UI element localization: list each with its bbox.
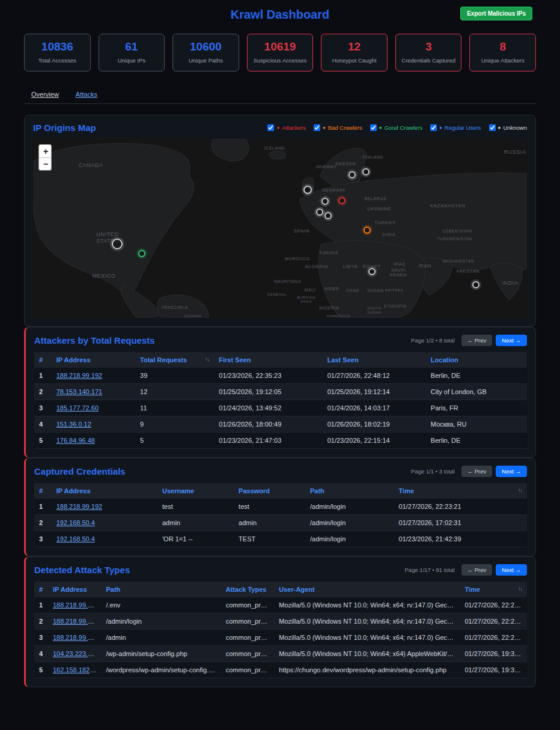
table-cell: 01/24/2026, 13:49:52 xyxy=(214,400,322,416)
legend-item-bad-crawlers[interactable]: ●Bad Crawlers xyxy=(314,124,362,131)
table-row: 3192.168.50.4'OR 1=1 --TEST/admin/login0… xyxy=(34,531,527,547)
table-cell: 5 xyxy=(34,662,48,678)
legend-checkbox[interactable] xyxy=(314,124,320,131)
map-marker[interactable] xyxy=(138,250,145,257)
prev-button[interactable]: ← Prev xyxy=(461,335,493,346)
column-header-ip-address[interactable]: IP Address xyxy=(52,483,157,499)
stat-label: Suspicious Accesses xyxy=(249,57,311,64)
table-header-row: #IP AddressTotal Requests↑↓First SeenLas… xyxy=(34,352,527,368)
map-marker[interactable] xyxy=(364,227,371,234)
table-cell: 162.158.182.104 xyxy=(48,662,102,678)
ip-link[interactable]: 188.218.99.192 xyxy=(56,503,102,510)
stat-value: 10619 xyxy=(249,40,311,53)
tab-attacks[interactable]: Attacks xyxy=(76,91,97,98)
ip-link[interactable]: 104.23.223.128 xyxy=(53,650,99,657)
ip-link[interactable]: 176.84.96.48 xyxy=(56,437,95,444)
legend-item-unknown[interactable]: ●Unknown xyxy=(489,124,527,131)
map-marker[interactable] xyxy=(324,212,332,219)
ip-link[interactable]: 185.177.72.60 xyxy=(56,404,99,412)
legend-item-attackers[interactable]: ●Attackers xyxy=(267,124,305,131)
column-header--[interactable]: # xyxy=(34,483,52,499)
legend-item-good-crawlers[interactable]: ●Good Crawlers xyxy=(370,124,422,131)
ip-link[interactable]: 188.218.99.192 xyxy=(53,634,99,641)
table-cell: 01/26/2026, 18:00:49 xyxy=(214,416,322,433)
table-cell: 01/26/2026, 18:02:19 xyxy=(323,416,426,433)
table-cell: 104.23.223.128 xyxy=(48,646,102,662)
map-country-label: SYRIA xyxy=(382,233,396,237)
next-button[interactable]: Next → xyxy=(496,466,527,477)
zoom-out-button[interactable]: − xyxy=(39,157,52,170)
legend-label: Attackers xyxy=(282,124,306,131)
column-header-time[interactable]: Time↑↓ xyxy=(394,483,527,499)
map-marker[interactable] xyxy=(472,281,479,288)
prev-button[interactable]: ← Prev xyxy=(461,466,493,477)
map-country-label: CAMEROON xyxy=(326,314,350,318)
stat-value: 10836 xyxy=(26,40,88,53)
column-header-first-seen[interactable]: First Seen xyxy=(214,352,322,368)
ip-link[interactable]: 192.168.50.4 xyxy=(56,535,95,543)
sort-icon[interactable]: ↑↓ xyxy=(518,586,522,592)
ip-link[interactable]: 78.153.140.171 xyxy=(56,388,102,395)
next-button[interactable]: Next → xyxy=(496,564,527,576)
map-panel-head: IP Origins Map ●Attackers●Bad Crawlers●G… xyxy=(33,123,527,133)
column-header--[interactable]: # xyxy=(34,352,52,368)
map-marker[interactable] xyxy=(303,186,312,194)
table-row: 2192.168.50.4adminadmin/admin/login01/27… xyxy=(34,515,527,531)
map-country-label: IRAQ xyxy=(394,262,406,267)
credentials-title: Captured Credentials xyxy=(34,466,126,476)
column-header-location[interactable]: Location xyxy=(426,352,527,368)
ip-link[interactable]: 188.218.99.192 xyxy=(53,601,99,609)
table-cell: 188.218.99.192 xyxy=(48,613,102,630)
map-title: IP Origins Map xyxy=(33,123,96,133)
table-cell: /admin xyxy=(102,630,221,646)
legend-checkbox[interactable] xyxy=(430,124,437,131)
next-button[interactable]: Next → xyxy=(496,335,527,346)
table-cell: Paris, FR xyxy=(426,400,527,416)
map-marker[interactable] xyxy=(348,171,356,178)
map-country-label: SWEDEN xyxy=(335,162,356,166)
export-malicious-ips-button[interactable]: Export Malicious IPs xyxy=(460,7,532,20)
legend-checkbox[interactable] xyxy=(267,124,274,131)
column-header--[interactable]: # xyxy=(34,582,48,597)
zoom-in-button[interactable]: + xyxy=(39,145,52,157)
stat-card-unique-attackers: 8Unique Attackers xyxy=(469,34,536,71)
topbar: Krawl Dashboard Export Malicious IPs xyxy=(24,2,536,26)
map-marker[interactable] xyxy=(112,239,123,249)
map-marker[interactable] xyxy=(316,208,323,216)
column-header-path[interactable]: Path xyxy=(305,483,394,499)
map-country-label: ETHIOPIA xyxy=(384,304,406,309)
ip-link[interactable]: 192.168.50.4 xyxy=(56,519,95,526)
legend-checkbox[interactable] xyxy=(489,124,496,131)
map-country-label: SUDAN xyxy=(367,288,384,293)
ip-link[interactable]: 151.36.0.12 xyxy=(56,421,91,428)
column-header-ip-address[interactable]: IP Address xyxy=(52,352,135,368)
ip-link[interactable]: 162.158.182.104 xyxy=(53,666,102,674)
world-map[interactable]: + − ICELANDRUSSIACANADAFINLANDNORWAYSWED… xyxy=(33,139,527,318)
map-marker[interactable] xyxy=(338,197,345,204)
column-header-time[interactable]: Time↑↓ xyxy=(460,582,527,597)
prev-button[interactable]: ← Prev xyxy=(461,564,493,576)
column-header-ip-address[interactable]: IP Address xyxy=(48,582,102,597)
tab-overview[interactable]: Overview xyxy=(31,91,59,98)
tab-bar: OverviewAttacks xyxy=(24,91,536,104)
ip-link[interactable]: 188.218.99.192 xyxy=(53,618,99,625)
column-header-total-requests[interactable]: Total Requests↑↓ xyxy=(135,352,214,368)
table-cell: admin xyxy=(157,515,234,531)
column-header-password[interactable]: Password xyxy=(234,483,305,499)
map-marker[interactable] xyxy=(368,268,376,275)
column-header-last-seen[interactable]: Last Seen xyxy=(323,352,426,368)
column-header-attack-types[interactable]: Attack Types xyxy=(221,582,275,597)
map-country-label: NIGER xyxy=(324,287,339,291)
sort-icon[interactable]: ↑↓ xyxy=(518,487,522,493)
legend-checkbox[interactable] xyxy=(370,124,377,131)
column-header-path[interactable]: Path xyxy=(102,582,221,597)
legend-item-regular-users[interactable]: ●Regular Users xyxy=(430,124,481,131)
stat-value: 8 xyxy=(472,40,534,53)
column-header-user-agent[interactable]: User-Agent xyxy=(274,582,460,597)
ip-link[interactable]: 188.218.99.192 xyxy=(56,372,102,379)
sort-icon[interactable]: ↑↓ xyxy=(205,356,209,362)
column-header-username[interactable]: Username xyxy=(157,483,234,499)
map-marker[interactable] xyxy=(362,168,370,175)
stat-value: 12 xyxy=(323,40,385,53)
map-marker[interactable] xyxy=(321,198,329,205)
